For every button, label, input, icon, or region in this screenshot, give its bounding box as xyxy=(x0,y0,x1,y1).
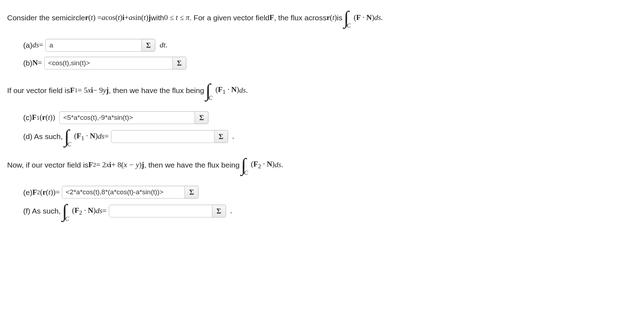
sigma-button[interactable]: Σ xyxy=(215,130,228,143)
input-b[interactable] xyxy=(44,57,173,70)
F: F xyxy=(270,12,274,23)
ds: ds xyxy=(98,131,105,142)
sub1: 1 xyxy=(36,113,40,122)
y: y xyxy=(103,85,106,96)
mid-text-1: If our vector field is F 1 = 5 x i − 9 y… xyxy=(7,83,637,98)
ds: ds xyxy=(239,85,246,96)
label-c: (c) xyxy=(23,112,32,123)
sub2: 2 xyxy=(93,160,96,169)
period: . xyxy=(166,40,167,50)
part-a: (a) ds = Σ dt . xyxy=(23,39,637,52)
integrand: (F1 · N) xyxy=(215,84,239,96)
sub2: 2 xyxy=(37,188,40,197)
integrand: (F1 · N) xyxy=(74,131,98,143)
input-d[interactable] xyxy=(111,130,215,143)
text: ) = xyxy=(93,12,101,23)
integrand: (F2 · N) xyxy=(251,159,275,171)
mid-text-2: Now, if our vector field is F 2 = 2 x i … xyxy=(7,158,637,173)
period: . xyxy=(281,160,283,170)
r-symbol: r xyxy=(85,12,88,23)
integral-icon: ∫C xyxy=(344,10,352,25)
text: with xyxy=(151,12,164,23)
text: = 2 xyxy=(96,160,106,170)
part-f: (f) As such, ∫C (F2 · N) ds = Σ . xyxy=(23,204,637,219)
input-e[interactable] xyxy=(62,186,185,199)
F2: F xyxy=(89,160,93,170)
sub1: 1 xyxy=(75,86,78,95)
r-symbol: r xyxy=(327,12,330,23)
sigma-button[interactable]: Σ xyxy=(142,39,155,52)
text: = 5 xyxy=(78,85,88,96)
text: Now, if our vector field is xyxy=(7,160,89,170)
part-c: (c) F 1 (r(t)) Σ xyxy=(23,111,637,124)
label-b: (b) xyxy=(23,58,32,68)
x: x xyxy=(87,85,91,96)
integral-icon: ∫C xyxy=(241,158,250,173)
text: , then we have the flux being xyxy=(144,160,240,170)
text: , then we have the flux being xyxy=(109,85,204,96)
eq: = xyxy=(105,131,109,142)
j-hat: j xyxy=(106,85,109,96)
period: . xyxy=(381,12,383,23)
integral-icon: ∫C xyxy=(62,204,71,219)
part-e: (e) F 2 (r(t)) = Σ xyxy=(23,186,637,199)
input-a[interactable] xyxy=(45,39,142,52)
ds: ds xyxy=(32,40,39,50)
label-a: (a) xyxy=(23,40,32,50)
part-b: (b) N = Σ xyxy=(23,57,637,70)
text: , the flux across xyxy=(274,12,327,23)
label-d: (d) As such, xyxy=(23,131,63,142)
period: . xyxy=(230,206,232,216)
j-hat: j xyxy=(142,160,144,170)
integral-icon: ∫C xyxy=(206,83,214,98)
text: is xyxy=(337,12,342,23)
integral-icon: ∫C xyxy=(64,129,73,144)
text: ( xyxy=(89,12,91,23)
period: . xyxy=(246,85,248,96)
eq: = xyxy=(38,58,42,68)
text: sin( xyxy=(132,12,144,23)
part-d: (d) As such, ∫C (F1 · N) ds = Σ . xyxy=(23,129,637,144)
F1: F xyxy=(70,85,75,96)
sigma-button[interactable]: Σ xyxy=(173,57,186,70)
F1: F xyxy=(32,112,37,123)
label-f: (f) As such, xyxy=(23,206,61,216)
r-of-t: (r(t)) xyxy=(40,187,55,198)
intro-line: Consider the semicircle r ( t ) = a cos(… xyxy=(7,10,637,25)
label-e: (e) xyxy=(23,187,32,198)
F2: F xyxy=(32,187,37,198)
input-f[interactable] xyxy=(109,205,212,217)
eq: = xyxy=(39,40,43,50)
r-of-t: (r(t)) xyxy=(40,112,55,123)
a: a xyxy=(102,12,106,23)
N: N xyxy=(32,58,38,68)
ds: ds xyxy=(275,160,281,170)
text: Consider the semicircle xyxy=(7,12,85,23)
x: x xyxy=(106,160,109,170)
text: + xyxy=(125,12,129,23)
sigma-button[interactable]: Σ xyxy=(195,111,208,124)
integrand: (F2 · N) xyxy=(72,205,96,217)
text: ) xyxy=(334,12,337,23)
eq: = xyxy=(55,187,60,198)
text: ( xyxy=(330,12,332,23)
input-c[interactable] xyxy=(59,111,195,124)
ds: ds xyxy=(96,206,102,216)
period: . xyxy=(232,131,234,142)
text: + 8( xyxy=(111,160,124,170)
text: ) xyxy=(139,160,142,170)
a: a xyxy=(129,12,133,23)
text: cos( xyxy=(105,12,118,23)
integrand: (F · N) xyxy=(354,12,374,23)
eq: = xyxy=(102,206,107,216)
text: − 9 xyxy=(93,85,103,96)
ds: ds xyxy=(374,12,381,23)
sigma-button[interactable]: Σ xyxy=(212,205,226,217)
dt: dt xyxy=(160,40,165,50)
sigma-button[interactable]: Σ xyxy=(185,186,198,199)
text: If our vector field is xyxy=(7,85,70,96)
text: ) xyxy=(120,12,122,23)
range: 0 ≤ t ≤ π xyxy=(164,12,190,23)
text: . For a given vector field xyxy=(190,12,270,23)
xmy: x − y xyxy=(124,160,139,170)
